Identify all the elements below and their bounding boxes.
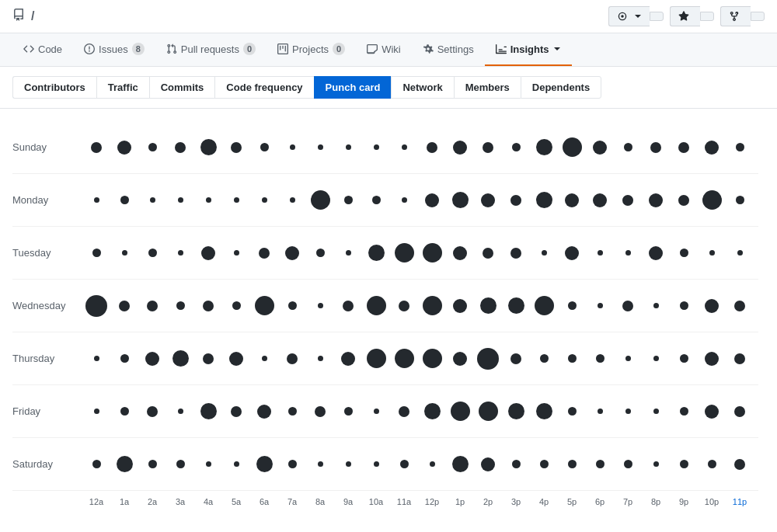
dot-cell <box>670 407 698 416</box>
dots-row <box>82 295 758 317</box>
dot-cell <box>194 353 222 364</box>
tab-wiki[interactable]: Wiki <box>356 34 412 66</box>
punch-dot <box>368 245 385 261</box>
punch-dot <box>288 301 297 310</box>
dot-cell <box>558 246 586 260</box>
subtab-contributors[interactable]: Contributors <box>12 76 96 99</box>
punch-dot <box>367 349 386 368</box>
day-label: Sunday <box>12 141 82 153</box>
x-axis-label: 2a <box>138 497 166 506</box>
punch-dot <box>316 249 325 257</box>
subtab-members[interactable]: Members <box>454 76 521 99</box>
dot-cell <box>614 460 642 468</box>
tab-projects[interactable]: Projects 0 <box>267 33 356 66</box>
subtab-commits[interactable]: Commits <box>149 76 215 99</box>
punch-dot <box>260 143 269 151</box>
punch-dot <box>315 406 326 417</box>
dot-cell <box>334 196 362 204</box>
x-axis-label: 7p <box>614 497 642 506</box>
punch-dot <box>176 301 185 310</box>
punch-dot <box>598 409 603 414</box>
x-axis-label: 8p <box>642 497 670 506</box>
dot-cell <box>502 460 530 468</box>
punch-dot <box>622 195 633 206</box>
subtab-network[interactable]: Network <box>391 76 453 99</box>
subtab-dependents[interactable]: Dependents <box>521 76 601 99</box>
nav-tabs: Code Issues 8 Pull requests 0 Projects 0… <box>0 33 777 67</box>
dot-cell <box>502 353 530 364</box>
dot-cell <box>586 460 614 468</box>
punch-card-container: SundayMondayTuesdayWednesdayThursdayFrid… <box>0 109 777 519</box>
dot-cell <box>474 142 502 153</box>
dot-cell <box>670 249 698 257</box>
tab-issues[interactable]: Issues 8 <box>73 33 155 66</box>
punch-dot <box>234 197 239 203</box>
dot-cell <box>278 460 306 468</box>
dot-cell <box>222 301 250 310</box>
star-button[interactable] <box>670 6 700 26</box>
dot-cell <box>194 197 222 203</box>
x-axis-label: 5a <box>222 497 250 506</box>
tab-pulls[interactable]: Pull requests 0 <box>155 33 267 66</box>
tab-insights[interactable]: Insights <box>485 34 572 66</box>
punch-dot <box>145 352 159 366</box>
dot-cell <box>418 296 446 315</box>
punch-dot <box>346 250 351 256</box>
fork-count[interactable] <box>751 12 765 21</box>
watch-group <box>608 6 664 26</box>
dot-cell <box>530 192 558 208</box>
punch-dot <box>85 295 107 317</box>
punch-dot <box>200 403 217 419</box>
tab-settings[interactable]: Settings <box>412 34 485 66</box>
dot-cell <box>642 461 670 467</box>
dot-cell <box>390 243 418 263</box>
punch-dot <box>200 139 217 155</box>
dot-cell <box>110 250 138 256</box>
punch-dot <box>147 406 158 417</box>
punch-dot <box>423 243 442 263</box>
punch-dot <box>150 197 155 203</box>
punch-dot <box>427 142 437 153</box>
subtab-code-frequency[interactable]: Code frequency <box>214 76 313 99</box>
punch-dot <box>705 352 719 366</box>
punch-dot <box>702 190 722 210</box>
punch-dot <box>734 353 745 364</box>
punch-dot <box>346 144 351 150</box>
subtab-traffic[interactable]: Traffic <box>96 76 149 99</box>
dot-cell <box>250 143 278 151</box>
punch-dot <box>649 193 663 207</box>
x-axis-label: 10p <box>698 497 726 506</box>
punch-dot <box>229 352 243 366</box>
punch-dot <box>680 407 688 416</box>
punch-dot <box>453 299 467 313</box>
day-label: Monday <box>12 194 82 206</box>
punch-dot <box>565 193 579 207</box>
dot-cell <box>194 246 222 260</box>
x-axis-label: 1a <box>110 497 138 506</box>
dot-cell <box>698 250 726 256</box>
dot-cell <box>362 349 390 368</box>
dot-cell <box>502 248 530 259</box>
punch-dot <box>206 197 211 203</box>
dot-cell <box>502 403 530 419</box>
punch-dot <box>203 301 214 311</box>
dot-cell <box>362 144 390 150</box>
dot-cell <box>82 142 110 153</box>
fork-button[interactable] <box>720 6 751 26</box>
dot-cell <box>698 299 726 313</box>
star-count[interactable] <box>700 12 714 21</box>
subtab-punch-card[interactable]: Punch card <box>314 76 392 99</box>
punch-dot <box>262 197 267 203</box>
dot-cell <box>110 456 138 472</box>
punch-dot <box>395 243 414 263</box>
punch-dot <box>206 461 211 467</box>
punch-dot <box>430 461 435 467</box>
dot-cell <box>82 197 110 203</box>
watch-count[interactable] <box>650 12 664 21</box>
dot-cell <box>334 144 362 150</box>
punch-dot <box>650 142 661 153</box>
punch-dot <box>119 301 130 311</box>
tab-code[interactable]: Code <box>12 34 73 66</box>
watch-button[interactable] <box>608 6 650 26</box>
punch-dot <box>402 197 407 203</box>
